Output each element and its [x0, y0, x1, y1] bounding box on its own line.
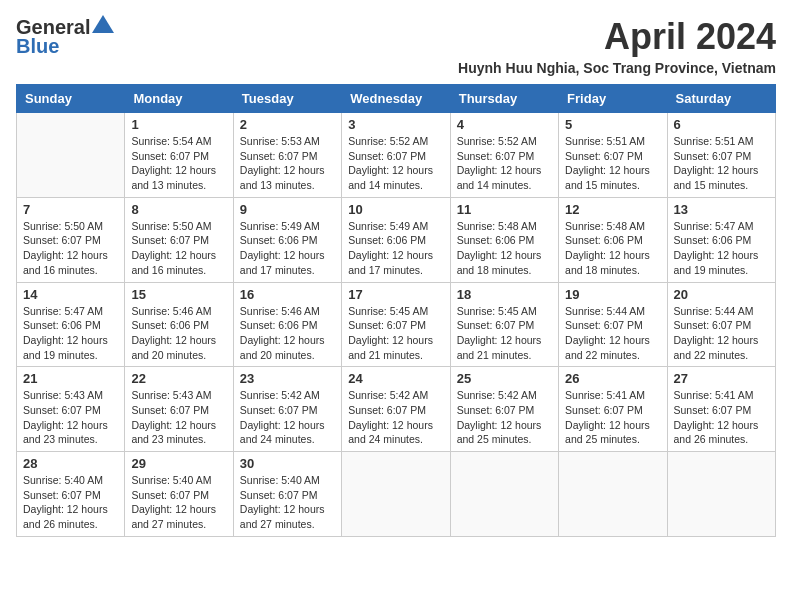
cell-info: Sunrise: 5:43 AMSunset: 6:07 PMDaylight:… [23, 388, 118, 447]
svg-marker-0 [92, 15, 114, 33]
day-header-monday: Monday [125, 85, 233, 113]
calendar-cell: 2Sunrise: 5:53 AMSunset: 6:07 PMDaylight… [233, 113, 341, 198]
cell-date-number: 23 [240, 371, 335, 386]
cell-info: Sunrise: 5:43 AMSunset: 6:07 PMDaylight:… [131, 388, 226, 447]
cell-info: Sunrise: 5:51 AMSunset: 6:07 PMDaylight:… [674, 134, 769, 193]
calendar-cell: 27Sunrise: 5:41 AMSunset: 6:07 PMDayligh… [667, 367, 775, 452]
week-row-5: 28Sunrise: 5:40 AMSunset: 6:07 PMDayligh… [17, 452, 776, 537]
calendar-cell [450, 452, 558, 537]
calendar-cell: 6Sunrise: 5:51 AMSunset: 6:07 PMDaylight… [667, 113, 775, 198]
cell-info: Sunrise: 5:45 AMSunset: 6:07 PMDaylight:… [348, 304, 443, 363]
calendar-cell: 21Sunrise: 5:43 AMSunset: 6:07 PMDayligh… [17, 367, 125, 452]
cell-info: Sunrise: 5:48 AMSunset: 6:06 PMDaylight:… [457, 219, 552, 278]
cell-info: Sunrise: 5:51 AMSunset: 6:07 PMDaylight:… [565, 134, 660, 193]
title-block: April 2024 Huynh Huu Nghia, Soc Trang Pr… [458, 16, 776, 76]
week-row-3: 14Sunrise: 5:47 AMSunset: 6:06 PMDayligh… [17, 282, 776, 367]
cell-info: Sunrise: 5:42 AMSunset: 6:07 PMDaylight:… [348, 388, 443, 447]
calendar-cell: 4Sunrise: 5:52 AMSunset: 6:07 PMDaylight… [450, 113, 558, 198]
cell-date-number: 20 [674, 287, 769, 302]
calendar-body: 1Sunrise: 5:54 AMSunset: 6:07 PMDaylight… [17, 113, 776, 537]
calendar-cell: 16Sunrise: 5:46 AMSunset: 6:06 PMDayligh… [233, 282, 341, 367]
calendar-cell: 8Sunrise: 5:50 AMSunset: 6:07 PMDaylight… [125, 197, 233, 282]
cell-info: Sunrise: 5:50 AMSunset: 6:07 PMDaylight:… [131, 219, 226, 278]
cell-date-number: 6 [674, 117, 769, 132]
cell-info: Sunrise: 5:40 AMSunset: 6:07 PMDaylight:… [23, 473, 118, 532]
subtitle: Huynh Huu Nghia, Soc Trang Province, Vie… [458, 60, 776, 76]
calendar-cell: 1Sunrise: 5:54 AMSunset: 6:07 PMDaylight… [125, 113, 233, 198]
cell-date-number: 12 [565, 202, 660, 217]
header-row: SundayMondayTuesdayWednesdayThursdayFrid… [17, 85, 776, 113]
logo-blue: Blue [16, 35, 59, 58]
week-row-1: 1Sunrise: 5:54 AMSunset: 6:07 PMDaylight… [17, 113, 776, 198]
calendar-cell: 15Sunrise: 5:46 AMSunset: 6:06 PMDayligh… [125, 282, 233, 367]
cell-info: Sunrise: 5:52 AMSunset: 6:07 PMDaylight:… [457, 134, 552, 193]
calendar-cell: 26Sunrise: 5:41 AMSunset: 6:07 PMDayligh… [559, 367, 667, 452]
day-header-wednesday: Wednesday [342, 85, 450, 113]
page-container: General Blue April 2024 Huynh Huu Nghia,… [16, 16, 776, 537]
week-row-2: 7Sunrise: 5:50 AMSunset: 6:07 PMDaylight… [17, 197, 776, 282]
calendar-cell: 5Sunrise: 5:51 AMSunset: 6:07 PMDaylight… [559, 113, 667, 198]
cell-date-number: 4 [457, 117, 552, 132]
day-header-sunday: Sunday [17, 85, 125, 113]
cell-info: Sunrise: 5:53 AMSunset: 6:07 PMDaylight:… [240, 134, 335, 193]
cell-date-number: 8 [131, 202, 226, 217]
cell-info: Sunrise: 5:46 AMSunset: 6:06 PMDaylight:… [240, 304, 335, 363]
logo-icon [92, 15, 114, 33]
cell-info: Sunrise: 5:42 AMSunset: 6:07 PMDaylight:… [240, 388, 335, 447]
cell-info: Sunrise: 5:50 AMSunset: 6:07 PMDaylight:… [23, 219, 118, 278]
week-row-4: 21Sunrise: 5:43 AMSunset: 6:07 PMDayligh… [17, 367, 776, 452]
calendar-cell: 7Sunrise: 5:50 AMSunset: 6:07 PMDaylight… [17, 197, 125, 282]
cell-date-number: 28 [23, 456, 118, 471]
day-header-thursday: Thursday [450, 85, 558, 113]
cell-info: Sunrise: 5:44 AMSunset: 6:07 PMDaylight:… [565, 304, 660, 363]
cell-info: Sunrise: 5:42 AMSunset: 6:07 PMDaylight:… [457, 388, 552, 447]
cell-date-number: 27 [674, 371, 769, 386]
cell-info: Sunrise: 5:47 AMSunset: 6:06 PMDaylight:… [23, 304, 118, 363]
cell-info: Sunrise: 5:47 AMSunset: 6:06 PMDaylight:… [674, 219, 769, 278]
cell-info: Sunrise: 5:52 AMSunset: 6:07 PMDaylight:… [348, 134, 443, 193]
calendar-cell: 20Sunrise: 5:44 AMSunset: 6:07 PMDayligh… [667, 282, 775, 367]
calendar-cell: 17Sunrise: 5:45 AMSunset: 6:07 PMDayligh… [342, 282, 450, 367]
calendar-cell: 13Sunrise: 5:47 AMSunset: 6:06 PMDayligh… [667, 197, 775, 282]
cell-date-number: 5 [565, 117, 660, 132]
cell-date-number: 19 [565, 287, 660, 302]
cell-date-number: 18 [457, 287, 552, 302]
cell-date-number: 22 [131, 371, 226, 386]
cell-date-number: 7 [23, 202, 118, 217]
cell-date-number: 13 [674, 202, 769, 217]
header: General Blue April 2024 Huynh Huu Nghia,… [16, 16, 776, 76]
calendar-cell: 22Sunrise: 5:43 AMSunset: 6:07 PMDayligh… [125, 367, 233, 452]
cell-date-number: 21 [23, 371, 118, 386]
calendar-cell: 3Sunrise: 5:52 AMSunset: 6:07 PMDaylight… [342, 113, 450, 198]
cell-date-number: 15 [131, 287, 226, 302]
calendar-cell: 25Sunrise: 5:42 AMSunset: 6:07 PMDayligh… [450, 367, 558, 452]
day-header-friday: Friday [559, 85, 667, 113]
calendar-cell: 18Sunrise: 5:45 AMSunset: 6:07 PMDayligh… [450, 282, 558, 367]
calendar-table: SundayMondayTuesdayWednesdayThursdayFrid… [16, 84, 776, 537]
cell-date-number: 3 [348, 117, 443, 132]
calendar-cell [17, 113, 125, 198]
main-title: April 2024 [458, 16, 776, 58]
cell-info: Sunrise: 5:48 AMSunset: 6:06 PMDaylight:… [565, 219, 660, 278]
cell-date-number: 16 [240, 287, 335, 302]
cell-date-number: 30 [240, 456, 335, 471]
cell-date-number: 9 [240, 202, 335, 217]
cell-date-number: 10 [348, 202, 443, 217]
cell-info: Sunrise: 5:44 AMSunset: 6:07 PMDaylight:… [674, 304, 769, 363]
calendar-cell: 28Sunrise: 5:40 AMSunset: 6:07 PMDayligh… [17, 452, 125, 537]
day-header-tuesday: Tuesday [233, 85, 341, 113]
cell-date-number: 14 [23, 287, 118, 302]
cell-date-number: 26 [565, 371, 660, 386]
calendar-cell [667, 452, 775, 537]
calendar-cell: 23Sunrise: 5:42 AMSunset: 6:07 PMDayligh… [233, 367, 341, 452]
cell-date-number: 24 [348, 371, 443, 386]
calendar-cell [342, 452, 450, 537]
cell-date-number: 17 [348, 287, 443, 302]
cell-info: Sunrise: 5:40 AMSunset: 6:07 PMDaylight:… [240, 473, 335, 532]
cell-date-number: 2 [240, 117, 335, 132]
calendar-cell: 19Sunrise: 5:44 AMSunset: 6:07 PMDayligh… [559, 282, 667, 367]
cell-info: Sunrise: 5:46 AMSunset: 6:06 PMDaylight:… [131, 304, 226, 363]
cell-info: Sunrise: 5:41 AMSunset: 6:07 PMDaylight:… [674, 388, 769, 447]
cell-info: Sunrise: 5:49 AMSunset: 6:06 PMDaylight:… [240, 219, 335, 278]
calendar-cell: 11Sunrise: 5:48 AMSunset: 6:06 PMDayligh… [450, 197, 558, 282]
